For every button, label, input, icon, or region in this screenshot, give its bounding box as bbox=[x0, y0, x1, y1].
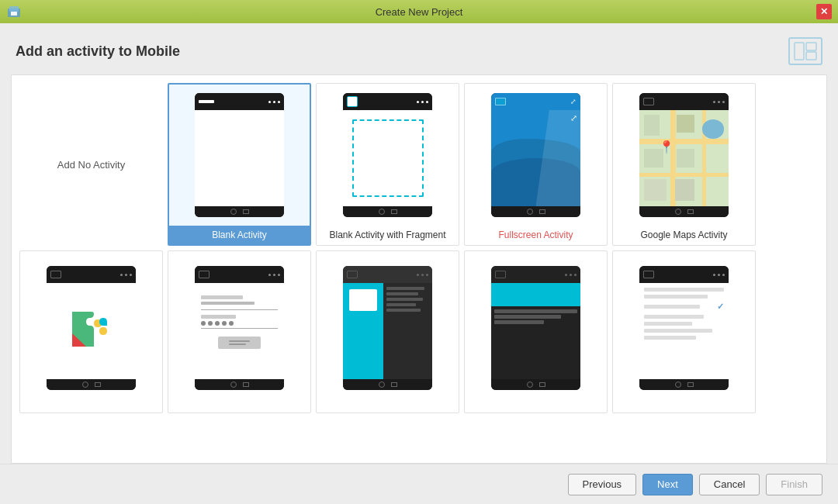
fullscreen-label: Fullscreen Activity bbox=[465, 226, 607, 245]
activity-card-blank[interactable]: Blank Activity bbox=[168, 83, 311, 246]
settings-label bbox=[613, 405, 755, 413]
activity-card-fullscreen[interactable]: ⤢ ⤢ bbox=[464, 83, 608, 246]
login-thumbnail bbox=[168, 251, 310, 405]
login-label bbox=[168, 405, 310, 413]
app-icon bbox=[6, 4, 22, 19]
main-content: Add an activity to Mobile Add No Activit… bbox=[0, 23, 838, 504]
previous-button[interactable]: Previous bbox=[568, 474, 637, 495]
activity-card-no-activity[interactable]: Add No Activity bbox=[19, 83, 163, 246]
settings-thumbnail: ✓ bbox=[613, 251, 755, 405]
close-button[interactable]: ✕ bbox=[816, 4, 832, 19]
activity-card-play[interactable] bbox=[19, 250, 163, 413]
activities-grid: Add No Activity bbox=[11, 74, 827, 464]
navdrawer-label bbox=[465, 405, 607, 413]
fullscreen-thumbnail: ⤢ ⤢ bbox=[465, 84, 607, 226]
scrolling-label bbox=[317, 405, 459, 413]
fragment-label: Blank Activity with Fragment bbox=[317, 226, 459, 245]
play-label bbox=[20, 405, 162, 413]
svg-rect-3 bbox=[795, 43, 804, 60]
activity-card-maps[interactable]: 📍 Google Maps Activity bbox=[612, 83, 756, 246]
page-title: Add an activity to Mobile bbox=[16, 43, 180, 60]
fragment-thumbnail bbox=[317, 84, 459, 226]
activity-card-blank-fragment[interactable]: Blank Activity with Fragment bbox=[316, 83, 459, 246]
svg-rect-5 bbox=[806, 52, 816, 60]
no-activity-label: Add No Activity bbox=[57, 159, 125, 171]
maps-thumbnail: 📍 bbox=[613, 84, 755, 226]
cancel-button[interactable]: Cancel bbox=[699, 474, 760, 495]
svg-rect-1 bbox=[9, 6, 19, 12]
activity-card-settings[interactable]: ✓ bbox=[612, 250, 756, 413]
finish-button[interactable]: Finish bbox=[766, 474, 822, 495]
maps-label: Google Maps Activity bbox=[613, 226, 755, 245]
title-bar: Create New Project ✕ bbox=[0, 0, 838, 23]
activity-card-scrolling[interactable] bbox=[316, 250, 459, 413]
layout-icon bbox=[788, 37, 822, 65]
play-thumbnail bbox=[20, 251, 162, 405]
window-title: Create New Project bbox=[376, 6, 463, 18]
navdrawer-thumbnail bbox=[465, 251, 607, 405]
footer: Previous Next Cancel Finish bbox=[0, 464, 838, 504]
blank-thumbnail bbox=[169, 85, 310, 226]
blank-label: Blank Activity bbox=[169, 226, 310, 244]
scrolling-thumbnail bbox=[317, 251, 459, 405]
svg-rect-4 bbox=[806, 43, 816, 50]
activity-card-navdrawer[interactable] bbox=[464, 250, 608, 413]
next-button[interactable]: Next bbox=[642, 474, 693, 495]
activity-card-login[interactable] bbox=[168, 250, 311, 413]
header: Add an activity to Mobile bbox=[0, 23, 838, 74]
svg-rect-2 bbox=[11, 12, 17, 16]
